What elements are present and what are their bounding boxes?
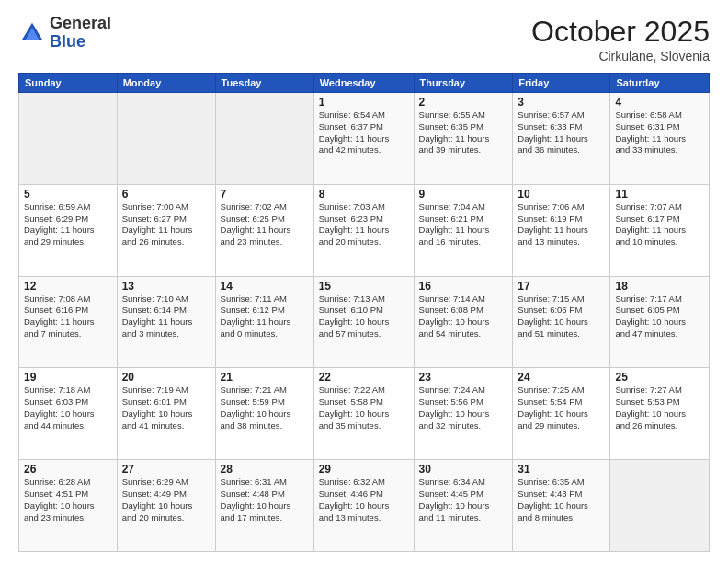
table-row: 1Sunrise: 6:54 AMSunset: 6:37 PMDaylight… <box>313 93 414 185</box>
day-info: Sunrise: 6:29 AMSunset: 4:49 PMDaylight:… <box>122 477 210 523</box>
day-number: 5 <box>24 188 112 201</box>
table-row <box>215 93 313 185</box>
table-row: 16Sunrise: 7:14 AMSunset: 6:08 PMDayligh… <box>414 276 513 368</box>
day-number: 26 <box>24 463 112 476</box>
col-sunday: Sunday <box>19 74 118 93</box>
day-info: Sunrise: 6:28 AMSunset: 4:51 PMDaylight:… <box>24 477 112 523</box>
day-info: Sunrise: 7:03 AMSunset: 6:23 PMDaylight:… <box>319 201 409 248</box>
header: General Blue October 2025 Cirkulane, Slo… <box>18 15 710 63</box>
calendar: Sunday Monday Tuesday Wednesday Thursday… <box>18 73 710 552</box>
day-info: Sunrise: 6:34 AMSunset: 4:45 PMDaylight:… <box>419 477 508 523</box>
day-info: Sunrise: 7:04 AMSunset: 6:21 PMDaylight:… <box>419 201 508 248</box>
table-row: 18Sunrise: 7:17 AMSunset: 6:05 PMDayligh… <box>610 276 710 368</box>
table-row: 13Sunrise: 7:10 AMSunset: 6:14 PMDayligh… <box>117 276 215 368</box>
day-number: 3 <box>518 96 605 109</box>
day-info: Sunrise: 7:02 AMSunset: 6:25 PMDaylight:… <box>221 201 309 248</box>
table-row: 26Sunrise: 6:28 AMSunset: 4:51 PMDayligh… <box>19 460 118 552</box>
table-row <box>610 460 710 552</box>
day-number: 4 <box>615 96 704 109</box>
title-block: October 2025 Cirkulane, Slovenia <box>531 15 710 63</box>
table-row: 6Sunrise: 7:00 AMSunset: 6:27 PMDaylight… <box>117 184 215 276</box>
day-number: 8 <box>319 188 409 201</box>
col-tuesday: Tuesday <box>215 74 313 93</box>
table-row: 27Sunrise: 6:29 AMSunset: 4:49 PMDayligh… <box>117 460 215 552</box>
day-number: 28 <box>221 463 309 476</box>
day-info: Sunrise: 7:00 AMSunset: 6:27 PMDaylight:… <box>122 201 210 248</box>
day-info: Sunrise: 7:08 AMSunset: 6:16 PMDaylight:… <box>24 293 112 340</box>
day-number: 6 <box>122 188 210 201</box>
table-row: 14Sunrise: 7:11 AMSunset: 6:12 PMDayligh… <box>215 276 313 368</box>
table-row: 2Sunrise: 6:55 AMSunset: 6:35 PMDaylight… <box>414 93 513 185</box>
day-info: Sunrise: 6:55 AMSunset: 6:35 PMDaylight:… <box>419 109 508 156</box>
logo-text: General Blue <box>50 15 111 52</box>
col-wednesday: Wednesday <box>313 74 414 93</box>
table-row: 22Sunrise: 7:22 AMSunset: 5:58 PMDayligh… <box>313 368 414 460</box>
day-info: Sunrise: 7:24 AMSunset: 5:56 PMDaylight:… <box>419 385 508 431</box>
day-info: Sunrise: 7:06 AMSunset: 6:19 PMDaylight:… <box>518 201 605 248</box>
day-number: 17 <box>518 280 605 293</box>
day-info: Sunrise: 7:18 AMSunset: 6:03 PMDaylight:… <box>24 385 112 431</box>
day-info: Sunrise: 7:13 AMSunset: 6:10 PMDaylight:… <box>319 293 409 340</box>
day-number: 9 <box>419 188 508 201</box>
day-number: 1 <box>319 96 409 109</box>
day-number: 16 <box>419 280 508 293</box>
day-info: Sunrise: 7:15 AMSunset: 6:06 PMDaylight:… <box>518 293 605 340</box>
table-row: 21Sunrise: 7:21 AMSunset: 5:59 PMDayligh… <box>215 368 313 460</box>
table-row: 28Sunrise: 6:31 AMSunset: 4:48 PMDayligh… <box>215 460 313 552</box>
table-row: 5Sunrise: 6:59 AMSunset: 6:29 PMDaylight… <box>19 184 118 276</box>
day-number: 19 <box>24 371 112 384</box>
day-number: 11 <box>615 188 704 201</box>
day-number: 13 <box>122 280 210 293</box>
table-row: 15Sunrise: 7:13 AMSunset: 6:10 PMDayligh… <box>313 276 414 368</box>
month-title: October 2025 <box>531 15 710 49</box>
day-number: 29 <box>319 463 409 476</box>
day-info: Sunrise: 7:07 AMSunset: 6:17 PMDaylight:… <box>615 201 704 248</box>
day-info: Sunrise: 7:25 AMSunset: 5:54 PMDaylight:… <box>518 385 605 431</box>
day-number: 30 <box>419 463 508 476</box>
col-monday: Monday <box>117 74 215 93</box>
day-number: 22 <box>319 371 409 384</box>
day-number: 27 <box>122 463 210 476</box>
day-info: Sunrise: 6:58 AMSunset: 6:31 PMDaylight:… <box>615 109 704 156</box>
logo-icon <box>18 19 46 47</box>
col-friday: Friday <box>513 74 610 93</box>
table-row: 30Sunrise: 6:34 AMSunset: 4:45 PMDayligh… <box>414 460 513 552</box>
table-row: 8Sunrise: 7:03 AMSunset: 6:23 PMDaylight… <box>313 184 414 276</box>
page: General Blue October 2025 Cirkulane, Slo… <box>0 0 728 563</box>
table-row: 10Sunrise: 7:06 AMSunset: 6:19 PMDayligh… <box>513 184 610 276</box>
subtitle: Cirkulane, Slovenia <box>531 49 710 63</box>
table-row: 3Sunrise: 6:57 AMSunset: 6:33 PMDaylight… <box>513 93 610 185</box>
day-info: Sunrise: 6:54 AMSunset: 6:37 PMDaylight:… <box>319 109 409 156</box>
table-row: 4Sunrise: 6:58 AMSunset: 6:31 PMDaylight… <box>610 93 710 185</box>
table-row: 9Sunrise: 7:04 AMSunset: 6:21 PMDaylight… <box>414 184 513 276</box>
table-row: 7Sunrise: 7:02 AMSunset: 6:25 PMDaylight… <box>215 184 313 276</box>
table-row: 20Sunrise: 7:19 AMSunset: 6:01 PMDayligh… <box>117 368 215 460</box>
table-row: 19Sunrise: 7:18 AMSunset: 6:03 PMDayligh… <box>19 368 118 460</box>
day-number: 24 <box>518 371 605 384</box>
day-number: 18 <box>615 280 704 293</box>
table-row: 24Sunrise: 7:25 AMSunset: 5:54 PMDayligh… <box>513 368 610 460</box>
day-info: Sunrise: 6:31 AMSunset: 4:48 PMDaylight:… <box>221 477 309 523</box>
day-info: Sunrise: 7:27 AMSunset: 5:53 PMDaylight:… <box>615 385 704 431</box>
table-row: 17Sunrise: 7:15 AMSunset: 6:06 PMDayligh… <box>513 276 610 368</box>
day-number: 21 <box>221 371 309 384</box>
day-info: Sunrise: 6:32 AMSunset: 4:46 PMDaylight:… <box>319 477 409 523</box>
day-info: Sunrise: 7:21 AMSunset: 5:59 PMDaylight:… <box>221 385 309 431</box>
table-row: 11Sunrise: 7:07 AMSunset: 6:17 PMDayligh… <box>610 184 710 276</box>
table-row: 25Sunrise: 7:27 AMSunset: 5:53 PMDayligh… <box>610 368 710 460</box>
day-info: Sunrise: 6:57 AMSunset: 6:33 PMDaylight:… <box>518 109 605 156</box>
day-info: Sunrise: 6:59 AMSunset: 6:29 PMDaylight:… <box>24 201 112 248</box>
day-number: 31 <box>518 463 605 476</box>
table-row: 31Sunrise: 6:35 AMSunset: 4:43 PMDayligh… <box>513 460 610 552</box>
day-info: Sunrise: 7:11 AMSunset: 6:12 PMDaylight:… <box>221 293 309 340</box>
day-number: 2 <box>419 96 508 109</box>
day-info: Sunrise: 7:22 AMSunset: 5:58 PMDaylight:… <box>319 385 409 431</box>
day-info: Sunrise: 7:10 AMSunset: 6:14 PMDaylight:… <box>122 293 210 340</box>
day-number: 23 <box>419 371 508 384</box>
table-row: 23Sunrise: 7:24 AMSunset: 5:56 PMDayligh… <box>414 368 513 460</box>
table-row <box>117 93 215 185</box>
day-number: 20 <box>122 371 210 384</box>
logo-blue: Blue <box>50 33 111 52</box>
day-info: Sunrise: 7:14 AMSunset: 6:08 PMDaylight:… <box>419 293 508 340</box>
table-row <box>19 93 118 185</box>
